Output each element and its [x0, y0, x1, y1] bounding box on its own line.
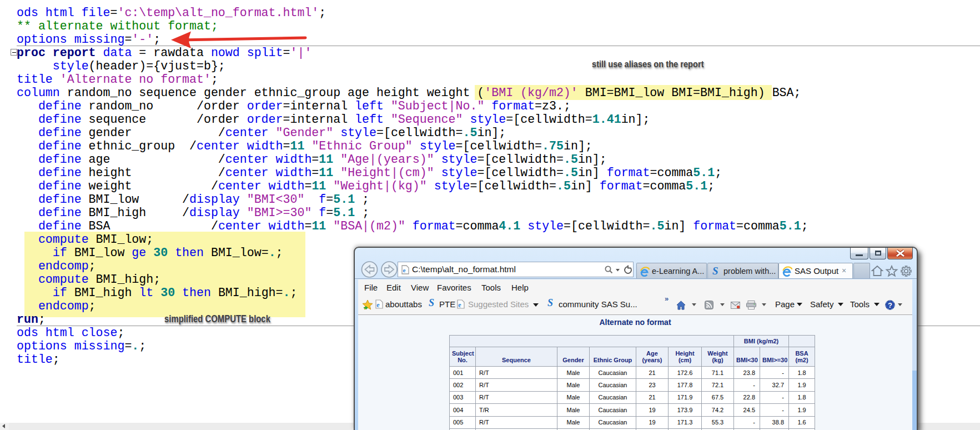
- svg-text:e: e: [403, 267, 405, 273]
- svg-text:?: ?: [888, 301, 892, 309]
- svg-text:e: e: [458, 301, 461, 309]
- svg-text:e: e: [376, 301, 380, 309]
